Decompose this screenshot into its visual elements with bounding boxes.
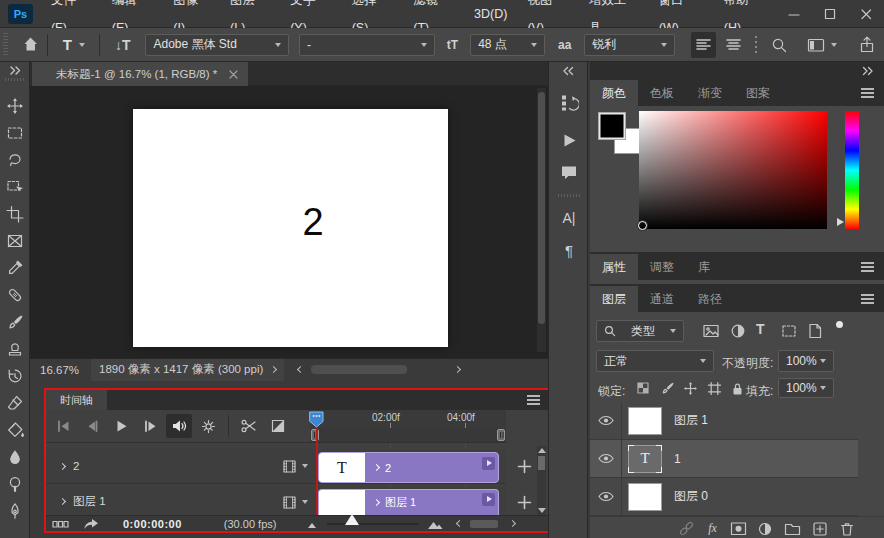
tab-color[interactable]: 颜色 bbox=[590, 80, 638, 106]
close-icon[interactable] bbox=[229, 70, 238, 79]
new-group-button[interactable] bbox=[784, 520, 801, 537]
frame-tool[interactable] bbox=[5, 231, 25, 251]
panel-menu-icon[interactable] bbox=[861, 262, 874, 264]
pen-tool[interactable] bbox=[5, 501, 25, 521]
spot-healing-brush-tool[interactable] bbox=[5, 285, 25, 305]
panel-menu-icon[interactable] bbox=[527, 395, 540, 397]
opacity-select[interactable]: 100% bbox=[778, 350, 834, 372]
tab-properties[interactable]: 属性 bbox=[590, 254, 638, 280]
color-selector-circle[interactable] bbox=[638, 221, 647, 230]
new-layer-button[interactable] bbox=[811, 520, 828, 537]
actions-panel-button[interactable] bbox=[557, 128, 581, 152]
timeline-settings-button[interactable] bbox=[195, 414, 221, 438]
zoom-out-mountain-icon[interactable] bbox=[306, 517, 319, 530]
font-size-select[interactable]: 48 点 bbox=[470, 34, 545, 56]
scroll-left-icon[interactable] bbox=[456, 520, 463, 527]
filter-smart-objects-button[interactable] bbox=[806, 322, 824, 340]
scroll-right-icon[interactable] bbox=[454, 366, 461, 373]
collapse-dock-button[interactable] bbox=[562, 66, 574, 76]
lock-artboard-button[interactable] bbox=[707, 381, 722, 396]
object-selection-tool[interactable] bbox=[5, 177, 25, 197]
audio-mute-button[interactable] bbox=[166, 414, 192, 438]
add-media-button[interactable] bbox=[514, 456, 534, 476]
lasso-tool[interactable] bbox=[5, 150, 25, 170]
brush-tool[interactable] bbox=[5, 312, 25, 332]
saturation-brightness-field[interactable] bbox=[639, 111, 827, 229]
layer-thumbnail[interactable] bbox=[628, 483, 662, 511]
maximize-button[interactable] bbox=[812, 0, 848, 27]
history-panel-button[interactable] bbox=[557, 90, 581, 114]
dodge-tool[interactable] bbox=[5, 474, 25, 494]
layer-filter-select[interactable]: 类型 bbox=[596, 320, 684, 342]
lock-all-button[interactable] bbox=[730, 381, 745, 396]
workspace-switcher[interactable] bbox=[799, 37, 844, 53]
hue-slider[interactable] bbox=[845, 111, 859, 229]
layer-row[interactable]: 图层 1 bbox=[590, 402, 858, 440]
timeline-clip[interactable]: 图层 1 bbox=[318, 489, 499, 515]
next-frame-button[interactable] bbox=[137, 414, 163, 438]
dock-grip[interactable] bbox=[558, 194, 580, 197]
first-frame-button[interactable] bbox=[50, 414, 76, 438]
eyedropper-tool[interactable] bbox=[5, 258, 25, 278]
share-button[interactable] bbox=[851, 36, 884, 54]
timeline-scrollbar[interactable] bbox=[537, 446, 546, 515]
tab-gradients[interactable]: 渐变 bbox=[686, 80, 734, 106]
font-style-select[interactable]: - bbox=[299, 34, 435, 56]
filter-adjustment-layers-button[interactable] bbox=[729, 322, 747, 340]
timeline-clip[interactable]: T 2 bbox=[318, 452, 499, 483]
layer-name[interactable]: 图层 0 bbox=[674, 488, 708, 505]
expander-icon[interactable] bbox=[59, 462, 66, 469]
add-media-button[interactable] bbox=[514, 492, 534, 512]
add-layer-mask-button[interactable] bbox=[730, 520, 747, 537]
expander-icon[interactable] bbox=[373, 499, 380, 506]
zoom-level[interactable]: 16.67% bbox=[40, 364, 79, 376]
tab-layers[interactable]: 图层 bbox=[590, 286, 638, 312]
lock-pixels-button[interactable] bbox=[660, 381, 675, 396]
notes-panel-button[interactable] bbox=[557, 160, 581, 184]
tab-adjustments[interactable]: 调整 bbox=[638, 254, 686, 280]
clip-fx-button[interactable] bbox=[482, 493, 495, 506]
playhead[interactable] bbox=[309, 411, 324, 428]
panel-grip[interactable] bbox=[5, 78, 25, 81]
delete-layer-button[interactable] bbox=[838, 520, 855, 537]
work-area-end-handle[interactable] bbox=[497, 429, 505, 441]
previous-frame-button[interactable] bbox=[79, 414, 105, 438]
link-layers-button[interactable] bbox=[678, 520, 695, 537]
home-button[interactable] bbox=[14, 35, 47, 54]
zoom-in-mountain-icon[interactable] bbox=[427, 517, 443, 531]
menu-3d[interactable]: 3D(D) bbox=[464, 0, 517, 28]
paragraph-panel-button[interactable]: ¶ bbox=[557, 238, 581, 262]
document-info[interactable]: 1890 像素 x 1417 像素 (300 ppi) bbox=[91, 359, 284, 381]
search-button[interactable] bbox=[766, 36, 792, 54]
anti-alias-select[interactable]: 锐利 bbox=[584, 34, 675, 56]
lock-position-button[interactable] bbox=[683, 381, 698, 396]
collapse-tools-button[interactable] bbox=[9, 65, 22, 76]
slider-thumb[interactable] bbox=[345, 514, 359, 525]
expander-icon[interactable] bbox=[59, 497, 66, 504]
crop-tool[interactable] bbox=[5, 204, 25, 224]
scroll-up-icon[interactable] bbox=[538, 448, 546, 453]
canvas[interactable]: 2 bbox=[133, 109, 448, 347]
expander-icon[interactable] bbox=[373, 464, 380, 471]
panel-grip[interactable] bbox=[3, 33, 8, 57]
canvas-viewport[interactable]: 2 bbox=[30, 86, 548, 358]
font-family-select[interactable]: Adobe 黑体 Std bbox=[145, 34, 289, 56]
filter-type-layers-button[interactable]: T bbox=[756, 321, 765, 337]
track-options[interactable] bbox=[282, 494, 308, 510]
panel-menu-icon[interactable] bbox=[861, 88, 874, 90]
layer-thumbnail[interactable] bbox=[628, 407, 662, 435]
text-layer-thumbnail[interactable]: T bbox=[628, 445, 662, 473]
tab-paths[interactable]: 路径 bbox=[686, 286, 734, 312]
timeline-tab[interactable]: 时间轴 bbox=[46, 390, 107, 410]
close-button[interactable] bbox=[848, 0, 884, 27]
lock-transparency-button[interactable] bbox=[636, 381, 651, 396]
visibility-toggle[interactable] bbox=[590, 478, 622, 515]
timeline-ruler[interactable]: 02:00f 04:00f bbox=[310, 410, 506, 428]
layer-row-selected[interactable]: T 1 bbox=[590, 440, 858, 478]
visibility-toggle[interactable] bbox=[590, 440, 622, 477]
history-brush-tool[interactable] bbox=[5, 366, 25, 386]
tool-preset-picker[interactable]: T bbox=[48, 36, 99, 53]
minimize-button[interactable] bbox=[776, 0, 812, 27]
scrollbar-thumb[interactable] bbox=[538, 456, 545, 470]
layer-style-button[interactable]: fx bbox=[704, 520, 721, 537]
